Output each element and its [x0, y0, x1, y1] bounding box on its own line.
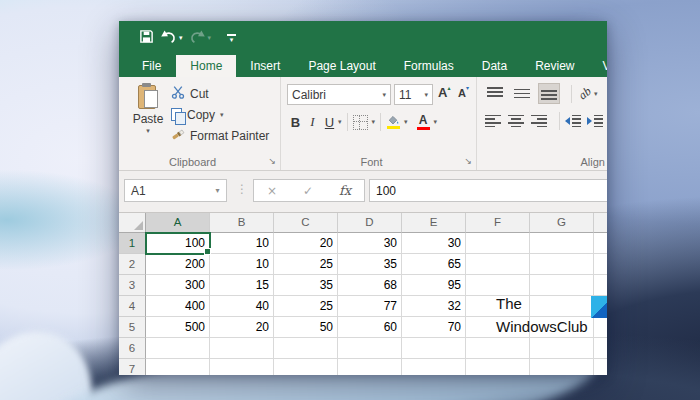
fill-color-button[interactable]: [386, 115, 400, 129]
column-header-clipped[interactable]: [594, 213, 607, 233]
cell-x2[interactable]: [594, 254, 607, 275]
cell-B4[interactable]: 40: [210, 296, 274, 317]
cell-F3[interactable]: [466, 275, 530, 296]
column-header-a[interactable]: A: [146, 213, 210, 233]
cell-G2[interactable]: [530, 254, 594, 275]
cell-C6[interactable]: [274, 338, 338, 359]
cell-D2[interactable]: 35: [338, 254, 402, 275]
borders-dropdown-caret[interactable]: ▾: [372, 118, 376, 126]
cell-E1[interactable]: 30: [402, 233, 466, 254]
grow-font-button[interactable]: A ▴: [438, 84, 450, 105]
row-header-1[interactable]: 1: [119, 233, 146, 254]
cell-E6[interactable]: [402, 338, 466, 359]
copy-dropdown-caret[interactable]: ▾: [220, 111, 224, 119]
shrink-font-button[interactable]: A ▾: [458, 84, 469, 105]
enter-button[interactable]: ✓: [303, 184, 313, 198]
row-header-5[interactable]: 5: [119, 317, 146, 338]
borders-button[interactable]: [353, 115, 368, 130]
customize-quick-access-toolbar-button[interactable]: ▾: [224, 25, 239, 51]
tab-review[interactable]: Review: [521, 55, 588, 77]
cell-G1[interactable]: [530, 233, 594, 254]
cell-E3[interactable]: 95: [402, 275, 466, 296]
tab-page-layout[interactable]: Page Layout: [294, 55, 389, 77]
save-button[interactable]: [136, 25, 157, 51]
cell-E4[interactable]: 32: [402, 296, 466, 317]
cell-A5[interactable]: 500: [146, 317, 210, 338]
tab-formulas[interactable]: Formulas: [390, 55, 468, 77]
cell-D1[interactable]: 30: [338, 233, 402, 254]
cell-D7[interactable]: [338, 359, 402, 375]
cell-C2[interactable]: 25: [274, 254, 338, 275]
align-right-button[interactable]: [531, 115, 547, 128]
cell-E2[interactable]: 65: [402, 254, 466, 275]
cell-B5[interactable]: 20: [210, 317, 274, 338]
decrease-indent-button[interactable]: [565, 115, 581, 128]
tab-view[interactable]: View: [589, 55, 608, 77]
center-button[interactable]: [508, 115, 524, 128]
cell-A4[interactable]: 400: [146, 296, 210, 317]
cell-C3[interactable]: 35: [274, 275, 338, 296]
cut-button[interactable]: Cut: [171, 83, 269, 104]
row-header-4[interactable]: 4: [119, 296, 146, 317]
name-box-caret[interactable]: ▾: [209, 186, 226, 195]
underline-dropdown-caret[interactable]: ▾: [338, 118, 342, 126]
fill-color-caret[interactable]: ▾: [404, 118, 408, 126]
column-header-d[interactable]: D: [338, 213, 402, 233]
cell-C4[interactable]: 25: [274, 296, 338, 317]
bottom-align-button[interactable]: [539, 84, 559, 103]
cell-F2[interactable]: [466, 254, 530, 275]
redo-button-disabled[interactable]: ▾: [186, 25, 215, 51]
name-box[interactable]: A1 ▾: [124, 179, 227, 202]
undo-dropdown-caret[interactable]: ▾: [179, 34, 183, 42]
cell-A3[interactable]: 300: [146, 275, 210, 296]
cell-A1-selected[interactable]: 100: [146, 233, 210, 254]
column-header-f[interactable]: F: [466, 213, 530, 233]
cell-x3[interactable]: [594, 275, 607, 296]
tab-insert[interactable]: Insert: [236, 55, 294, 77]
formula-input[interactable]: 100: [369, 179, 607, 202]
cell-A2[interactable]: 200: [146, 254, 210, 275]
column-header-g[interactable]: G: [530, 213, 594, 233]
select-all-button[interactable]: [119, 213, 146, 233]
cell-D6[interactable]: [338, 338, 402, 359]
formula-bar-separator-icon[interactable]: ⋮: [236, 182, 248, 196]
insert-function-button[interactable]: fx: [339, 183, 351, 198]
cell-G3[interactable]: [530, 275, 594, 296]
paste-button[interactable]: Paste ▾: [127, 82, 169, 150]
increase-indent-button[interactable]: [587, 115, 603, 128]
row-header-6[interactable]: 6: [119, 338, 146, 359]
cell-A7[interactable]: [146, 359, 210, 375]
bold-button[interactable]: B: [287, 115, 304, 130]
cell-D5[interactable]: 60: [338, 317, 402, 338]
cell-F7[interactable]: [466, 359, 530, 375]
font-color-button[interactable]: A: [417, 115, 430, 130]
cell-G6[interactable]: [530, 338, 594, 359]
cell-E7[interactable]: [402, 359, 466, 375]
cell-C7[interactable]: [274, 359, 338, 375]
font-color-caret[interactable]: ▾: [434, 118, 438, 126]
row-header-3[interactable]: 3: [119, 275, 146, 296]
column-header-c[interactable]: C: [274, 213, 338, 233]
undo-button[interactable]: ▾: [157, 25, 186, 51]
column-header-e[interactable]: E: [402, 213, 466, 233]
cell-B2[interactable]: 10: [210, 254, 274, 275]
cell-B3[interactable]: 15: [210, 275, 274, 296]
cell-A6[interactable]: [146, 338, 210, 359]
cell-C1[interactable]: 20: [274, 233, 338, 254]
middle-align-button[interactable]: [512, 84, 532, 103]
fill-handle[interactable]: [204, 248, 211, 255]
cell-B7[interactable]: [210, 359, 274, 375]
cell-x7[interactable]: [594, 359, 607, 375]
cell-x1[interactable]: [594, 233, 607, 254]
font-size-combobox[interactable]: 11 ▾: [394, 84, 433, 105]
cell-E5[interactable]: 70: [402, 317, 466, 338]
cell-G7[interactable]: [530, 359, 594, 375]
tab-data[interactable]: Data: [468, 55, 521, 77]
orientation-button[interactable]: ab ▾: [579, 86, 598, 101]
tab-file[interactable]: File: [127, 55, 176, 77]
underline-button[interactable]: U: [321, 115, 338, 130]
format-painter-button[interactable]: Format Painter: [171, 125, 269, 146]
cell-D4[interactable]: 77: [338, 296, 402, 317]
cell-C5[interactable]: 50: [274, 317, 338, 338]
tab-home[interactable]: Home: [176, 55, 236, 77]
